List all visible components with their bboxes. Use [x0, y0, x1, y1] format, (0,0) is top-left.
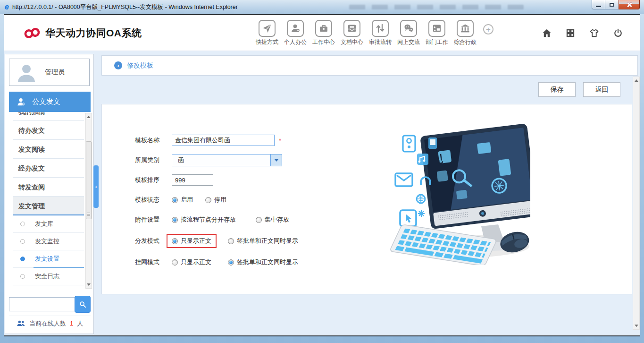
submenu-item-dispatch-settings[interactable]: 发文设置 — [13, 250, 84, 268]
form-row-order: 模板排序 — [135, 173, 213, 187]
sidebar: 管理员 公文发文 我的拟稿 待办发文 发文阅读 经办发文 转发查阅 发文管理 — [5, 54, 94, 334]
template-name-input[interactable] — [172, 135, 275, 146]
person-icon — [287, 20, 304, 37]
option-label: 只显示正文 — [181, 237, 211, 245]
maximize-button[interactable] — [605, 0, 619, 9]
form-row-attachment: 附件设置 按流程节点分开存放 集中存放 — [135, 213, 289, 226]
main-scrollbar[interactable] — [633, 77, 640, 330]
radio-unchecked-icon[interactable] — [256, 217, 262, 223]
minimize-button[interactable] — [592, 0, 605, 9]
radio-checked-icon[interactable] — [172, 217, 178, 223]
nav-item-work-center[interactable]: 工作中心 — [309, 20, 338, 46]
radio-checked-icon[interactable] — [172, 197, 178, 203]
field-label: 模板名称 — [135, 136, 162, 145]
user-card[interactable]: 管理员 — [9, 59, 90, 86]
menu-item-dispatch-management[interactable]: 发文管理 — [13, 197, 84, 215]
submenu-item-dispatch-monitor[interactable]: 发文监控 — [13, 233, 84, 250]
radio-unchecked-icon[interactable] — [205, 197, 211, 203]
menu-item-label: 待办发文 — [18, 127, 45, 134]
nav-item-online-chat[interactable]: 网上交流 — [394, 20, 423, 46]
nav-label: 工作中心 — [312, 38, 335, 46]
nav-label: 综合行政 — [454, 38, 477, 46]
distribute-option-body-only[interactable]: 只显示正文 — [172, 237, 211, 245]
option-label: 启用 — [181, 196, 193, 204]
window-controls — [592, 0, 640, 9]
category-select[interactable]: 函 — [172, 154, 282, 166]
submenu-item-label: 发文设置 — [35, 255, 59, 263]
field-label: 所属类别 — [135, 156, 162, 164]
back-button[interactable]: 返回 — [583, 82, 620, 97]
attachment-option-central[interactable]: 集中存放 — [256, 215, 289, 224]
nav-item-shortcuts[interactable]: 快捷方式 — [253, 20, 281, 46]
scroll-up-arrow[interactable] — [633, 77, 639, 84]
up-triangle-icon — [87, 116, 91, 118]
down-triangle-icon — [87, 283, 91, 286]
power-icon[interactable] — [613, 28, 623, 38]
search-input[interactable] — [9, 297, 75, 311]
menu-item-my-drafts[interactable]: 我的拟稿 — [13, 112, 84, 121]
dropdown-button[interactable] — [270, 154, 282, 166]
radio-dot-icon — [20, 222, 25, 226]
theme-shirt-icon[interactable] — [589, 28, 600, 38]
menu-item-forward-review[interactable]: 转发查阅 — [13, 178, 84, 197]
sidebar-scrollbar[interactable] — [85, 113, 92, 289]
nav-item-personal-office[interactable]: 个人办公 — [281, 20, 309, 46]
sidebar-section-title: 公文发文 — [32, 97, 60, 106]
scroll-up-arrow[interactable] — [86, 113, 92, 120]
option-label: 停用 — [214, 196, 226, 204]
online-users-count: 1 — [70, 320, 73, 327]
page-title: 修改模板 — [127, 61, 153, 70]
menu-item-dispatch-reading[interactable]: 发文阅读 — [13, 140, 84, 159]
chevron-down-icon — [274, 159, 279, 162]
sidebar-section-official-dispatch[interactable]: 公文发文 — [9, 92, 91, 112]
close-button[interactable] — [619, 0, 640, 9]
sidebar-collapse-tab[interactable]: ‹ — [93, 165, 99, 208]
nav-item-department-work[interactable]: 部门工作 — [423, 20, 451, 46]
home-icon[interactable] — [542, 28, 552, 38]
maximize-icon — [610, 3, 614, 7]
field-label: 分发模式 — [135, 237, 162, 245]
scrollbar-thumb[interactable] — [86, 141, 92, 219]
menu-item-label: 经办发文 — [18, 164, 45, 172]
nav-label: 审批流转 — [369, 38, 392, 46]
user-name: 管理员 — [45, 68, 65, 77]
status-option-enabled[interactable]: 启用 — [172, 196, 193, 204]
nav-item-document-center[interactable]: 文档中心 — [338, 20, 366, 46]
publish-option-body-only[interactable]: 只显示正文 — [167, 255, 217, 269]
nav-item-general-admin[interactable]: 综合行政 — [451, 20, 479, 46]
minimize-icon — [596, 6, 601, 7]
radio-dot-icon — [20, 274, 25, 279]
attachment-option-by-node[interactable]: 按流程节点分开存放 — [172, 215, 236, 224]
menu-item-label: 我的拟稿 — [18, 112, 45, 115]
search-button[interactable] — [75, 296, 91, 313]
save-button[interactable]: 保存 — [538, 82, 576, 97]
status-option-disabled[interactable]: 停用 — [205, 196, 226, 204]
publish-option-with-approval-sheet[interactable]: 签批单和正文同时显示 — [228, 258, 298, 266]
brand-infinity-icon — [24, 27, 41, 39]
top-navigation: 快捷方式 个人办公 工作中心 — [253, 20, 493, 46]
radio-unchecked-icon[interactable] — [172, 259, 178, 266]
menu-item-handled-dispatch[interactable]: 经办发文 — [13, 159, 84, 178]
document-tray-icon — [343, 20, 360, 37]
submenu-item-dispatch-library[interactable]: 发文库 — [13, 215, 84, 233]
field-label: 附件设置 — [135, 215, 162, 224]
radio-unchecked-icon[interactable] — [228, 238, 234, 244]
scroll-down-arrow[interactable] — [86, 281, 92, 288]
online-users-label: 当前在线人数 — [29, 319, 66, 328]
radio-checked-icon[interactable] — [172, 238, 178, 244]
online-users-row: 当前在线人数1人 — [9, 316, 91, 331]
nav-label: 文档中心 — [341, 38, 363, 46]
submenu-item-security-log[interactable]: 安全日志 — [13, 268, 84, 285]
menu-item-pending-dispatch[interactable]: 待办发文 — [13, 121, 84, 140]
background-window-ghost — [349, 5, 524, 9]
person-star-icon — [16, 97, 26, 107]
scroll-down-arrow[interactable] — [633, 322, 639, 329]
add-module-button[interactable]: + — [483, 24, 493, 34]
radio-checked-icon[interactable] — [228, 259, 234, 266]
apps-grid-icon[interactable] — [565, 28, 576, 38]
template-form-panel: 模板名称 * 所属类别 函 模板排序 模板状态 启用 — [101, 104, 632, 294]
distribute-option-with-approval-sheet[interactable]: 签批单和正文同时显示 — [228, 237, 298, 245]
nav-item-approval-flow[interactable]: 审批流转 — [366, 20, 394, 46]
template-order-input[interactable] — [172, 174, 213, 186]
submenu-item-label: 安全日志 — [35, 272, 59, 281]
